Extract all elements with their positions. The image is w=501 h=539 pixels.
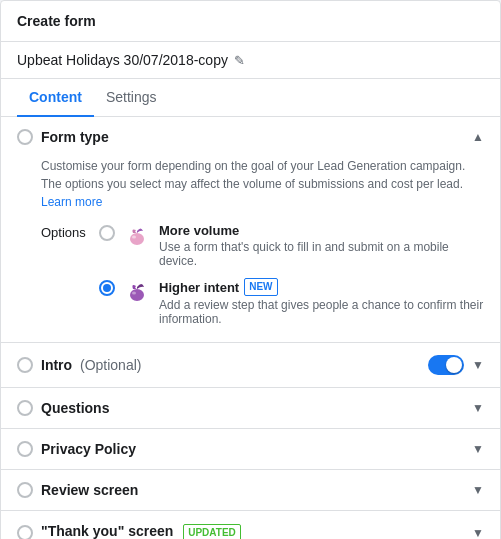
section-title-questions: Questions xyxy=(41,400,109,416)
modal-header: Create form xyxy=(1,1,500,42)
options-row: Options More volume xyxy=(41,223,484,326)
section-privacy-policy-right: ▼ xyxy=(472,442,484,456)
section-questions-left: Questions xyxy=(17,400,109,416)
tab-settings[interactable]: Settings xyxy=(94,79,169,117)
badge-new: NEW xyxy=(244,278,277,296)
section-questions: Questions ▼ xyxy=(1,388,500,429)
section-privacy-policy-left: Privacy Policy xyxy=(17,441,136,457)
section-header-right-form-type: ▲ xyxy=(472,130,484,144)
modal-title: Create form xyxy=(17,13,96,29)
section-title-thank-you: "Thank you" screen UPDATED xyxy=(41,523,241,539)
option-higher-intent-title: Higher intent NEW xyxy=(159,278,484,296)
section-thank-you-screen-right: ▼ xyxy=(472,526,484,540)
svg-point-2 xyxy=(130,289,144,301)
tabs-bar: Content Settings xyxy=(1,79,500,117)
section-title-privacy-policy: Privacy Policy xyxy=(41,441,136,457)
section-thank-you-screen-left: "Thank you" screen UPDATED xyxy=(17,523,241,539)
edit-title-icon[interactable] xyxy=(234,53,245,68)
section-title-review-screen: Review screen xyxy=(41,482,138,498)
section-thank-you-screen: "Thank you" screen UPDATED ▼ xyxy=(1,511,500,539)
section-questions-right: ▼ xyxy=(472,401,484,415)
higher-intent-icon xyxy=(123,278,151,306)
section-title-intro: Intro (Optional) xyxy=(41,357,141,373)
chevron-down-icon-questions: ▼ xyxy=(472,401,484,415)
radio-more-volume[interactable] xyxy=(99,225,115,241)
section-questions-header[interactable]: Questions ▼ xyxy=(1,388,500,428)
options-label: Options xyxy=(41,223,91,240)
section-form-type: Form type ▲ Customise your form dependin… xyxy=(1,117,500,343)
section-review-screen-right: ▼ xyxy=(472,483,484,497)
section-check-review-screen xyxy=(17,482,33,498)
intro-toggle[interactable] xyxy=(428,355,464,375)
section-title-form-type: Form type xyxy=(41,129,109,145)
section-intro-left: Intro (Optional) xyxy=(17,357,141,373)
chevron-down-icon-intro: ▼ xyxy=(472,358,484,372)
option-more-volume-title: More volume xyxy=(159,223,484,238)
option-higher-intent[interactable]: Higher intent NEW Add a review step that… xyxy=(99,278,484,326)
option-higher-intent-desc: Add a review step that gives people a ch… xyxy=(159,298,484,326)
section-review-screen-header[interactable]: Review screen ▼ xyxy=(1,470,500,510)
section-check-form-type xyxy=(17,129,33,145)
chevron-down-icon-thank-you: ▼ xyxy=(472,526,484,540)
svg-point-3 xyxy=(132,292,136,295)
section-form-type-header[interactable]: Form type ▲ xyxy=(1,117,500,157)
option-more-volume-content: More volume Use a form that's quick to f… xyxy=(159,223,484,268)
radio-higher-intent[interactable] xyxy=(99,280,115,296)
section-check-questions xyxy=(17,400,33,416)
chevron-down-icon-privacy: ▼ xyxy=(472,442,484,456)
section-review-screen: Review screen ▼ xyxy=(1,470,500,511)
badge-updated: UPDATED xyxy=(183,524,241,539)
create-form-modal: Create form Upbeat Holidays 30/07/2018-c… xyxy=(0,0,501,539)
section-review-screen-left: Review screen xyxy=(17,482,138,498)
form-title: Upbeat Holidays 30/07/2018-copy xyxy=(17,52,228,68)
option-more-volume-desc: Use a form that's quick to fill in and s… xyxy=(159,240,484,268)
radio-inner-higher-intent xyxy=(103,284,111,292)
section-thank-you-screen-header[interactable]: "Thank you" screen UPDATED ▼ xyxy=(1,511,500,539)
learn-more-link[interactable]: Learn more xyxy=(41,195,102,209)
svg-point-0 xyxy=(130,233,144,245)
form-type-description: Customise your form depending on the goa… xyxy=(41,157,484,211)
section-intro-right: ▼ xyxy=(428,355,484,375)
more-volume-icon xyxy=(123,223,151,251)
svg-point-1 xyxy=(132,236,136,239)
section-intro: Intro (Optional) ▼ xyxy=(1,343,500,388)
options-list: More volume Use a form that's quick to f… xyxy=(99,223,484,326)
section-check-intro xyxy=(17,357,33,373)
section-header-left: Form type xyxy=(17,129,109,145)
section-privacy-policy-header[interactable]: Privacy Policy ▼ xyxy=(1,429,500,469)
section-intro-header[interactable]: Intro (Optional) ▼ xyxy=(1,343,500,387)
chevron-up-icon: ▲ xyxy=(472,130,484,144)
section-check-thank-you xyxy=(17,525,33,540)
option-higher-intent-content: Higher intent NEW Add a review step that… xyxy=(159,278,484,326)
tab-content[interactable]: Content xyxy=(17,79,94,117)
chevron-down-icon-review: ▼ xyxy=(472,483,484,497)
section-check-privacy-policy xyxy=(17,441,33,457)
section-privacy-policy: Privacy Policy ▼ xyxy=(1,429,500,470)
section-form-type-body: Customise your form depending on the goa… xyxy=(1,157,500,342)
option-more-volume[interactable]: More volume Use a form that's quick to f… xyxy=(99,223,484,268)
intro-toggle-knob xyxy=(446,357,462,373)
intro-optional-label: (Optional) xyxy=(80,357,141,373)
form-title-row: Upbeat Holidays 30/07/2018-copy xyxy=(1,42,500,79)
